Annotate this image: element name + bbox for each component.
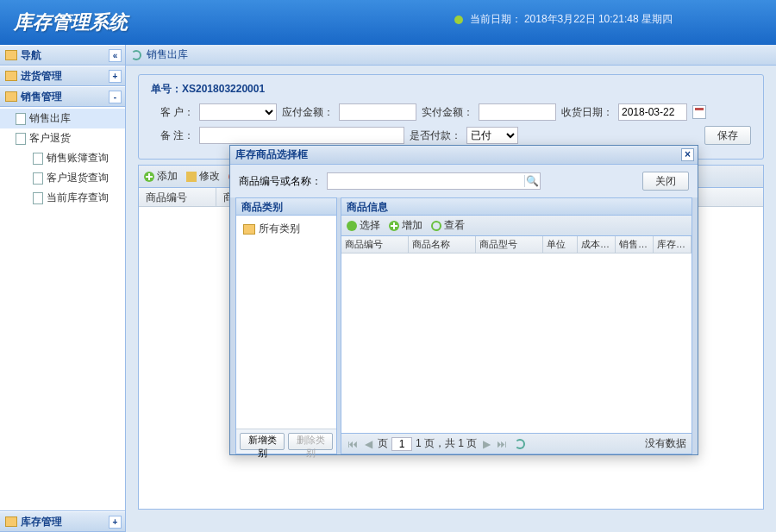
collapse-icon[interactable]: -: [109, 91, 122, 103]
col-sale[interactable]: 销售…: [616, 236, 654, 253]
app-title: 库存管理系统: [14, 9, 128, 35]
group-inventory[interactable]: 库存管理 +: [0, 511, 125, 532]
delivery-date-input[interactable]: [618, 103, 687, 121]
close-icon[interactable]: ×: [681, 148, 694, 161]
delete-category-button[interactable]: 删除类别: [288, 433, 333, 450]
col-unit[interactable]: 单位: [543, 236, 578, 253]
sidebar-item-sales-out[interactable]: 销售出库: [0, 109, 125, 128]
sidebar-item-stock-query[interactable]: 当前库存查询: [0, 188, 125, 208]
paid-status-label: 是否付款：: [410, 128, 461, 143]
dialog-search-row: 商品编号或名称： 🔍 关闭: [230, 165, 698, 197]
next-page-icon[interactable]: ▶: [480, 438, 492, 450]
expand-icon[interactable]: +: [109, 516, 122, 529]
pager: ⏮ ◀ 页 1 页，共 1 页 ▶ ⏭ 没有数据: [341, 433, 692, 454]
group-sales[interactable]: 销售管理 -: [0, 86, 125, 107]
add-icon: [389, 221, 399, 231]
search-input[interactable]: [328, 173, 524, 189]
remark-label: 备 注：: [151, 128, 194, 143]
folder-icon: [5, 516, 17, 527]
last-page-icon[interactable]: ⏭: [496, 438, 508, 450]
remark-input[interactable]: [199, 127, 404, 144]
product-grid-body: [341, 253, 692, 433]
first-page-icon[interactable]: ⏮: [347, 438, 359, 450]
page-icon: [33, 172, 43, 185]
col-model[interactable]: 商品型号: [476, 236, 543, 253]
nav-panel-header[interactable]: 导航 «: [0, 45, 125, 66]
tab-sales-out[interactable]: 销售出库: [147, 47, 188, 62]
prev-page-icon[interactable]: ◀: [362, 438, 374, 450]
no-data-label: 没有数据: [645, 436, 686, 451]
product-grid-header: 商品编号 商品名称 商品型号 单位 成本… 销售… 库存…: [341, 236, 692, 253]
receivable-input[interactable]: [339, 103, 416, 121]
sidebar-item-customer-return[interactable]: 客户退货: [0, 128, 125, 148]
page-icon: [16, 113, 26, 125]
app-header: 库存管理系统 当前日期： 2018年3月22日 10:21:48 星期四: [0, 0, 776, 45]
category-title: 商品类别: [236, 198, 336, 216]
page-icon: [33, 192, 43, 204]
dialog-title: 库存商品选择框: [235, 147, 308, 162]
page-icon: [16, 133, 26, 145]
receivable-label: 应付金额：: [282, 105, 334, 120]
delivery-label: 收货日期：: [561, 105, 613, 120]
view-button[interactable]: 查看: [431, 218, 465, 233]
customer-select[interactable]: [199, 103, 277, 121]
current-date: 当前日期： 2018年3月22日 10:21:48 星期四: [454, 12, 673, 27]
group-purchase[interactable]: 进货管理 +: [0, 66, 125, 86]
paid-label: 实付金额：: [422, 105, 473, 120]
col-cost[interactable]: 成本…: [578, 236, 616, 253]
page-total: 1 页，共 1 页: [416, 436, 477, 451]
select-button[interactable]: 选择: [347, 218, 380, 233]
check-icon: [347, 221, 357, 231]
collapse-icon[interactable]: «: [109, 49, 122, 62]
refresh-icon[interactable]: [131, 50, 141, 60]
dialog-title-bar[interactable]: 库存商品选择框 ×: [230, 146, 698, 165]
tab-bar: 销售出库: [126, 45, 776, 66]
folder-icon: [243, 224, 255, 235]
folder-icon: [5, 71, 17, 81]
category-tree: 所有类别: [236, 216, 336, 429]
paid-status-select[interactable]: 已付: [466, 127, 518, 144]
col-product-code[interactable]: 商品编号: [139, 188, 216, 206]
page-input[interactable]: [391, 437, 412, 451]
folder-icon: [5, 50, 17, 60]
col-name[interactable]: 商品名称: [409, 236, 476, 253]
sidebar-item-return-query[interactable]: 客户退货查询: [0, 168, 125, 188]
save-button[interactable]: 保存: [704, 126, 751, 145]
col-code[interactable]: 商品编号: [341, 236, 409, 253]
search-icon[interactable]: 🔍: [524, 175, 540, 187]
product-toolbar: 选择 增加 查看: [341, 216, 692, 236]
magnifier-icon: [431, 221, 441, 231]
calendar-icon[interactable]: [692, 105, 706, 119]
product-info-panel: 商品信息 选择 增加 查看 商品编号 商品名称 商品型号 单位 成本… 销售… …: [341, 197, 692, 454]
add-icon: [144, 172, 154, 182]
page-label: 页: [378, 436, 388, 451]
category-actions: 新增类别 删除类别: [236, 429, 336, 454]
edit-icon: [186, 172, 197, 182]
expand-icon[interactable]: +: [109, 70, 122, 83]
page-icon: [33, 153, 43, 165]
add-category-button[interactable]: 新增类别: [240, 433, 285, 450]
add-button[interactable]: 添加: [144, 169, 178, 184]
refresh-icon[interactable]: [515, 439, 525, 449]
col-stock[interactable]: 库存…: [654, 236, 692, 253]
order-number: 单号：XS201803220001: [151, 82, 751, 97]
search-input-wrapper: 🔍: [327, 172, 541, 190]
search-label: 商品编号或名称：: [239, 174, 322, 189]
category-root[interactable]: 所有类别: [240, 219, 333, 239]
nav-title: 导航: [21, 48, 41, 63]
close-button[interactable]: 关闭: [642, 172, 689, 191]
sidebar-item-sales-ledger[interactable]: 销售账簿查询: [0, 148, 125, 168]
sidebar: 导航 « 进货管理 + 销售管理 - 销售出库 客户退货 销售账簿查询 客户退货…: [0, 45, 126, 532]
sales-tree: 销售出库 客户退货 销售账簿查询 客户退货查询 当前库存查询: [0, 107, 125, 511]
product-info-title: 商品信息: [341, 198, 692, 216]
status-dot-icon: [454, 16, 463, 24]
add-product-button[interactable]: 增加: [389, 218, 422, 233]
folder-icon: [5, 91, 17, 102]
edit-button[interactable]: 修改: [186, 169, 220, 184]
customer-label: 客 户：: [151, 105, 194, 120]
paid-input[interactable]: [479, 103, 556, 121]
category-panel: 商品类别 所有类别 新增类别 删除类别: [235, 197, 337, 454]
main-content: 销售出库 单号：XS201803220001 客 户： 应付金额： 实付金额： …: [126, 45, 776, 532]
product-picker-dialog: 库存商品选择框 × 商品编号或名称： 🔍 关闭 商品类别: [229, 145, 698, 455]
